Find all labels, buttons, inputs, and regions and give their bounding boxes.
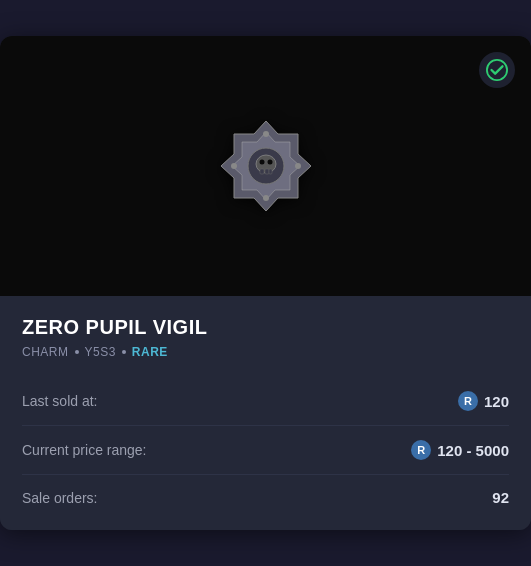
charm-image <box>211 111 321 221</box>
price-range-label: Current price range: <box>22 442 147 458</box>
item-image-section <box>0 36 531 296</box>
coin-icon-2: R <box>411 440 431 460</box>
price-range-number: 120 - 5000 <box>437 442 509 459</box>
svg-point-12 <box>263 195 269 201</box>
category-tag: CHARM <box>22 345 69 359</box>
svg-point-0 <box>487 60 507 80</box>
item-meta: CHARM Y5S3 RARE <box>22 345 509 359</box>
svg-rect-7 <box>260 169 264 174</box>
price-range-row: Current price range: R 120 - 5000 <box>22 426 509 475</box>
last-sold-label: Last sold at: <box>22 393 98 409</box>
meta-dot-1 <box>75 350 79 354</box>
svg-rect-9 <box>269 169 272 174</box>
meta-dot-2 <box>122 350 126 354</box>
svg-point-13 <box>263 131 269 137</box>
item-title: ZERO PUPIL VIGIL <box>22 316 509 339</box>
check-icon <box>486 59 508 81</box>
svg-rect-8 <box>265 169 269 174</box>
rarity-badge: RARE <box>132 345 168 359</box>
info-section: ZERO PUPIL VIGIL CHARM Y5S3 RARE Last so… <box>0 296 531 530</box>
last-sold-number: 120 <box>484 393 509 410</box>
season-tag: Y5S3 <box>85 345 116 359</box>
coin-icon-1: R <box>458 391 478 411</box>
last-sold-row: Last sold at: R 120 <box>22 377 509 426</box>
svg-point-6 <box>267 160 272 165</box>
price-range-value: R 120 - 5000 <box>411 440 509 460</box>
svg-point-5 <box>259 160 264 165</box>
sale-orders-number: 92 <box>492 489 509 506</box>
sale-orders-row: Sale orders: 92 <box>22 475 509 520</box>
svg-point-10 <box>295 163 301 169</box>
svg-point-11 <box>231 163 237 169</box>
sale-orders-label: Sale orders: <box>22 490 97 506</box>
last-sold-value: R 120 <box>458 391 509 411</box>
checkmark-badge <box>479 52 515 88</box>
item-card: ZERO PUPIL VIGIL CHARM Y5S3 RARE Last so… <box>0 36 531 530</box>
